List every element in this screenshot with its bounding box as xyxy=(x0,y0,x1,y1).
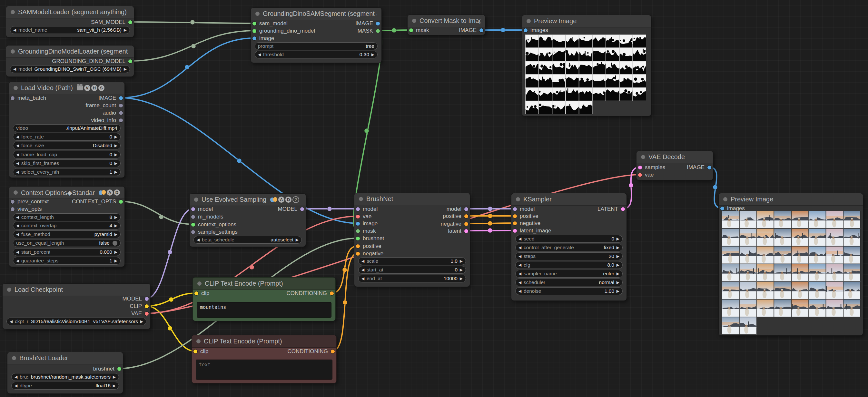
slot-dot-icon[interactable] xyxy=(191,230,195,234)
input-slot-context-options[interactable]: context_options xyxy=(191,221,236,228)
widget-ckpt-name[interactable]: ◀ckpt_nameSD15/realisticVisionV60B1_v51V… xyxy=(6,318,146,325)
decrement-arrow-icon[interactable]: ◀ xyxy=(362,276,367,281)
link-midpoint-dot[interactable] xyxy=(159,215,163,219)
input-slot-positive[interactable]: positive xyxy=(356,243,381,250)
input-slot-image[interactable]: image xyxy=(252,34,274,42)
slot-dot-icon[interactable] xyxy=(356,215,360,219)
output-slot-image[interactable]: IMAGE xyxy=(459,26,483,34)
decrement-arrow-icon[interactable]: ◀ xyxy=(16,258,21,263)
link-midpoint-dot[interactable] xyxy=(168,326,172,331)
widget-model-name[interactable]: ◀model_nameGroundingDINO_SwinT_OGC (694M… xyxy=(10,65,130,73)
link-midpoint-dot[interactable] xyxy=(168,250,172,254)
slot-dot-icon[interactable] xyxy=(464,229,468,233)
input-slot-clip[interactable]: clip xyxy=(194,289,210,297)
input-slot-sample-settings[interactable]: sample_settings xyxy=(191,228,238,236)
increment-arrow-icon[interactable]: ▶ xyxy=(369,52,374,57)
increment-arrow-icon[interactable]: ▶ xyxy=(112,152,117,157)
slot-dot-icon[interactable] xyxy=(119,96,123,100)
node-title-bar[interactable]: VAE Decode xyxy=(637,151,713,163)
input-slot-m-models[interactable]: m_models xyxy=(191,213,223,221)
output-slot-video-info[interactable]: video_info xyxy=(91,116,123,124)
decrement-arrow-icon[interactable]: ◀ xyxy=(14,384,20,388)
input-slot-model[interactable]: model xyxy=(356,205,378,213)
node-title-bar[interactable]: Load Video (Path) VHS xyxy=(9,82,124,94)
node-title-bar[interactable]: BrushNet xyxy=(354,193,470,205)
decrement-arrow-icon[interactable]: ◀ xyxy=(13,67,19,71)
collapse-dot-icon[interactable] xyxy=(13,86,18,90)
output-slot-image[interactable]: IMAGE xyxy=(355,20,380,27)
output-slot-image[interactable]: IMAGE xyxy=(98,94,123,102)
link-midpoint-dot[interactable] xyxy=(488,228,492,233)
slot-dot-icon[interactable] xyxy=(720,206,724,210)
widget-sampler-name[interactable]: ◀sampler_nameeuler▶ xyxy=(515,270,623,278)
widget-use-on-equal-length[interactable]: use_on_equal_lengthfalse xyxy=(13,239,121,247)
widget-frame-load-cap[interactable]: ◀frame_load_cap0▶ xyxy=(13,151,121,159)
output-slot-positive[interactable]: positive xyxy=(443,212,468,220)
output-slot-conditioning[interactable]: CONDITIONING xyxy=(287,348,335,356)
node-title-bar[interactable]: Load Checkpoint xyxy=(3,284,150,296)
link-midpoint-dot[interactable] xyxy=(250,265,254,270)
widget-scale[interactable]: ◀scale1.0▶ xyxy=(358,257,466,265)
input-slot-view-opts[interactable]: view_opts xyxy=(11,205,42,213)
increment-arrow-icon[interactable]: ▶ xyxy=(614,280,619,285)
link-midpoint-dot[interactable] xyxy=(190,20,195,25)
widget-force-size[interactable]: ◀force_sizeDisabled▶ xyxy=(13,142,121,149)
node-title-bar[interactable]: BrushNet Loader xyxy=(7,352,123,364)
decrement-arrow-icon[interactable]: ◀ xyxy=(258,52,263,57)
slot-dot-icon[interactable] xyxy=(300,207,304,211)
node-title-bar[interactable]: Use Evolved Sampling AD2 xyxy=(190,194,306,206)
slot-dot-icon[interactable] xyxy=(11,200,14,204)
slot-dot-icon[interactable] xyxy=(513,207,517,211)
slot-dot-icon[interactable] xyxy=(331,349,335,353)
widget-fuse-method[interactable]: ◀fuse_methodpyramid▶ xyxy=(13,230,121,238)
prompt-textarea[interactable]: text xyxy=(196,360,333,379)
node-title-bar[interactable]: SAMModelLoader (segment anything) xyxy=(6,6,134,19)
input-slot-vae[interactable]: vae xyxy=(638,171,654,179)
collapse-dot-icon[interactable] xyxy=(196,339,200,343)
widget-dtype[interactable]: ◀dtypefloat16▶ xyxy=(11,382,119,390)
link-midpoint-dot[interactable] xyxy=(488,214,492,218)
slot-dot-icon[interactable] xyxy=(119,118,123,122)
input-slot-model[interactable]: model xyxy=(191,205,213,213)
output-slot-grounding-dino-model[interactable]: GROUNDING_DINO_MODEL xyxy=(52,57,132,65)
link-midpoint-dot[interactable] xyxy=(488,221,492,226)
slot-dot-icon[interactable] xyxy=(128,20,132,24)
decrement-arrow-icon[interactable]: ◀ xyxy=(13,28,19,32)
link-midpoint-dot[interactable] xyxy=(169,297,174,302)
widget-steps[interactable]: ◀steps20▶ xyxy=(515,252,623,260)
slot-dot-icon[interactable] xyxy=(145,297,149,301)
output-slot-model[interactable]: MODEL xyxy=(278,205,304,213)
decrement-arrow-icon[interactable]: ◀ xyxy=(16,135,21,139)
decrement-arrow-icon[interactable]: ◀ xyxy=(362,259,367,263)
input-slot-grounding-dino-model[interactable]: grounding_dino_model xyxy=(252,27,315,35)
slot-dot-icon[interactable] xyxy=(356,222,360,226)
node-convert-mask-to-image[interactable]: Convert Mask to ImagemaskIMAGE xyxy=(407,15,485,35)
input-slot-brushnet[interactable]: brushnet xyxy=(356,235,384,243)
slot-dot-icon[interactable] xyxy=(145,312,149,316)
widget-select-every-nth[interactable]: ◀select_every_nth1▶ xyxy=(13,168,121,176)
decrement-arrow-icon[interactable]: ◀ xyxy=(519,289,524,293)
collapse-dot-icon[interactable] xyxy=(641,155,645,159)
slot-dot-icon[interactable] xyxy=(356,207,360,211)
collapse-dot-icon[interactable] xyxy=(359,197,363,201)
node-graph-canvas[interactable]: SAMModelLoader (segment anything)SAM_MOD… xyxy=(0,0,868,397)
increment-arrow-icon[interactable]: ▶ xyxy=(112,223,117,228)
node-title-bar[interactable]: KSampler xyxy=(512,193,626,206)
decrement-arrow-icon[interactable]: ◀ xyxy=(16,170,21,174)
slot-dot-icon[interactable] xyxy=(524,28,528,32)
slot-dot-icon[interactable] xyxy=(356,244,360,248)
output-slot-latent[interactable]: latent xyxy=(448,227,468,235)
collapse-dot-icon[interactable] xyxy=(194,198,198,202)
node-brushnet-loader[interactable]: BrushNet Loaderbrushnet◀brushnetbrushnet… xyxy=(7,352,123,394)
collapse-dot-icon[interactable] xyxy=(516,197,520,201)
prompt-textarea[interactable]: mountains xyxy=(197,302,332,318)
widget-seed[interactable]: ◀seed0▶ xyxy=(515,235,623,243)
slot-dot-icon[interactable] xyxy=(513,214,517,218)
input-slot-meta-batch[interactable]: meta_batch xyxy=(11,94,46,102)
output-slot-brushnet[interactable]: brushnet xyxy=(93,365,121,373)
node-title-bar[interactable]: Preview Image xyxy=(719,193,863,206)
increment-arrow-icon[interactable]: ▶ xyxy=(614,272,619,276)
node-groundingdinomodelloader-segment-anything[interactable]: GroundingDinoModelLoader (segment anythi… xyxy=(6,45,134,77)
slot-dot-icon[interactable] xyxy=(128,59,132,63)
input-slot-clip[interactable]: clip xyxy=(193,348,209,356)
